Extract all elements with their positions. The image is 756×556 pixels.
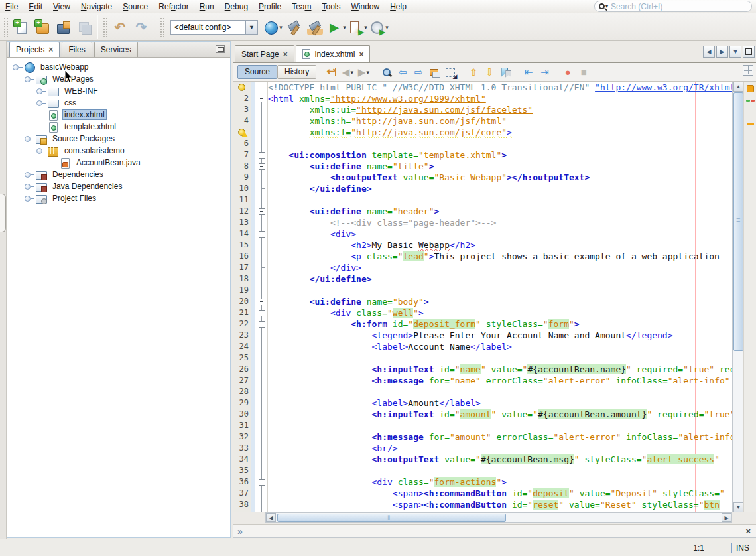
tree-item-project-files[interactable]: Project Files (7, 192, 230, 204)
menu-help[interactable]: Help (385, 1, 412, 13)
collapse-handle-icon[interactable] (25, 76, 31, 82)
code-fold-collapse-icon[interactable] (255, 149, 268, 161)
source-button[interactable]: Source (237, 65, 277, 79)
collapse-handle-icon[interactable] (25, 136, 31, 142)
undo-button[interactable]: ↶ (109, 17, 131, 38)
quick-search[interactable]: ▾ (594, 1, 752, 12)
project-configuration-combobox[interactable]: <default config>▼ (170, 20, 258, 35)
search-input[interactable] (611, 2, 730, 11)
tree-item-web-pages[interactable]: Web Pages (7, 73, 230, 85)
menu-source[interactable]: Source (117, 1, 153, 13)
tab-projects[interactable]: Projects× (9, 42, 60, 57)
minimize-window-group-button[interactable] (216, 45, 225, 53)
save-all-button[interactable] (74, 17, 95, 38)
collapse-handle-icon[interactable] (13, 64, 19, 70)
warnings-status-icon[interactable] (747, 85, 754, 92)
menu-debug[interactable]: Debug (220, 1, 253, 13)
forward-button[interactable]: ▶▾ (355, 65, 371, 80)
profile-button[interactable]: ▾ (368, 17, 389, 38)
menu-run[interactable]: Run (194, 1, 220, 13)
toggle-highlight-search-button[interactable] (426, 65, 442, 80)
tree-item-index-xhtml[interactable]: index.xhtml (7, 109, 230, 121)
tree-item-com-solarisdemo[interactable]: com.solarisdemo (7, 145, 230, 157)
expand-handle-icon[interactable] (36, 100, 42, 106)
run-button[interactable]: ▶▾ (326, 17, 347, 38)
menu-view[interactable]: View (48, 1, 76, 13)
tree-item-css[interactable]: css (7, 97, 230, 109)
code-fold-collapse-icon[interactable] (255, 318, 268, 330)
split-document-button[interactable] (743, 65, 753, 76)
code-fold-collapse-icon[interactable] (255, 476, 268, 488)
debug-button[interactable]: ▾ (347, 17, 368, 38)
next-occurrence-button[interactable]: ⇨ (410, 65, 426, 80)
redo-button[interactable]: ↷ (131, 17, 152, 38)
code-fold-collapse-icon[interactable] (255, 296, 268, 307)
collapsed-window-tab[interactable] (0, 194, 6, 232)
find-selection-button[interactable] (379, 65, 395, 80)
tab-files[interactable]: Files (62, 42, 92, 57)
stripe-mark-red[interactable] (751, 100, 755, 102)
expand-handle-icon[interactable] (25, 184, 31, 190)
vertical-scrollbar-thumb[interactable] (733, 92, 743, 351)
editor-tab-index-xhtml[interactable]: index.xhtml× (296, 45, 371, 62)
code-fold-collapse-icon[interactable] (255, 228, 268, 240)
warning-hint-icon[interactable] (238, 129, 245, 136)
editor-tab-start-page[interactable]: Start Page× (235, 45, 294, 62)
deploy-button[interactable]: ▾ (262, 17, 283, 38)
breadcrumb-close-icon[interactable]: × (745, 526, 751, 536)
menu-window[interactable]: Window (346, 1, 385, 13)
breadcrumb-expand-icon[interactable]: » (237, 526, 243, 537)
code-fold-collapse-icon[interactable] (255, 206, 268, 217)
shift-line-left-button[interactable]: ⇤ (521, 65, 536, 80)
tree-item-dependencies[interactable]: Dependencies (7, 169, 230, 180)
last-edit-location-button[interactable] (324, 65, 340, 80)
back-button[interactable]: ◀▾ (340, 65, 355, 80)
menu-file[interactable]: File (0, 1, 23, 13)
maximize-window-button[interactable] (743, 46, 755, 58)
previous-bookmark-button[interactable]: ⇧ (466, 65, 481, 80)
code-editor[interactable]: <!DOCTYPE html PUBLIC "-//W3C//DTD XHTML… (233, 82, 756, 512)
menu-refactor[interactable]: Refactor (153, 1, 194, 13)
close-icon[interactable]: × (48, 46, 53, 53)
close-icon[interactable]: × (359, 51, 363, 58)
collapse-handle-icon[interactable] (36, 148, 42, 154)
hint-icon[interactable] (238, 84, 245, 91)
tree-item-web-inf[interactable]: WEB-INF (7, 85, 230, 97)
expand-handle-icon[interactable] (25, 196, 31, 202)
new-file-button[interactable] (10, 17, 31, 38)
menu-edit[interactable]: Edit (23, 1, 48, 13)
tree-item-java-dependencies[interactable]: Java Dependencies (7, 180, 230, 192)
menu-tools[interactable]: Tools (316, 1, 346, 13)
menu-team[interactable]: Team (286, 1, 316, 13)
scroll-tabs-left-button[interactable]: ◀ (703, 46, 715, 58)
menu-navigate[interactable]: Navigate (76, 1, 117, 13)
code-fold-collapse-icon[interactable] (255, 93, 268, 104)
tree-item-source-packages[interactable]: Source Packages (7, 133, 230, 145)
rectangular-selection-button[interactable] (442, 65, 458, 80)
start-macro-recording-button[interactable]: ● (560, 65, 576, 80)
project-tree[interactable]: basicWebappWeb PagesWEB-INFcssindex.xhtm… (7, 58, 230, 537)
code-fold-collapse-icon[interactable] (255, 307, 268, 318)
vertical-scrollbar[interactable]: ▲ ▼ (732, 82, 743, 512)
close-icon[interactable]: × (283, 51, 288, 58)
code-fold-collapse-icon[interactable] (255, 161, 268, 172)
scroll-left-arrow[interactable]: ◀ (266, 513, 276, 522)
scroll-right-arrow[interactable]: ▶ (722, 513, 731, 522)
open-project-button[interactable] (52, 17, 74, 38)
new-project-button[interactable] (31, 17, 52, 38)
clean-and-build-button[interactable] (304, 17, 326, 38)
scroll-tabs-right-button[interactable]: ▶ (716, 46, 728, 58)
horizontal-scrollbar-thumb[interactable] (277, 514, 506, 522)
error-stripe[interactable] (743, 82, 756, 512)
expand-handle-icon[interactable] (36, 88, 42, 94)
expand-handle-icon[interactable] (25, 172, 31, 178)
stripe-mark-green[interactable] (746, 100, 750, 102)
stop-macro-recording-button[interactable]: ■ (576, 65, 592, 80)
tree-item-template-xhtml[interactable]: template.xhtml (7, 121, 230, 133)
shift-line-right-button[interactable]: ⇥ (536, 65, 552, 80)
toggle-bookmark-button[interactable] (497, 65, 513, 80)
scroll-down-arrow[interactable]: ▼ (733, 502, 743, 512)
history-button[interactable]: History (277, 65, 316, 79)
tab-services[interactable]: Services (94, 42, 138, 57)
tree-item-accountbean-java[interactable]: AccountBean.java (7, 157, 230, 169)
